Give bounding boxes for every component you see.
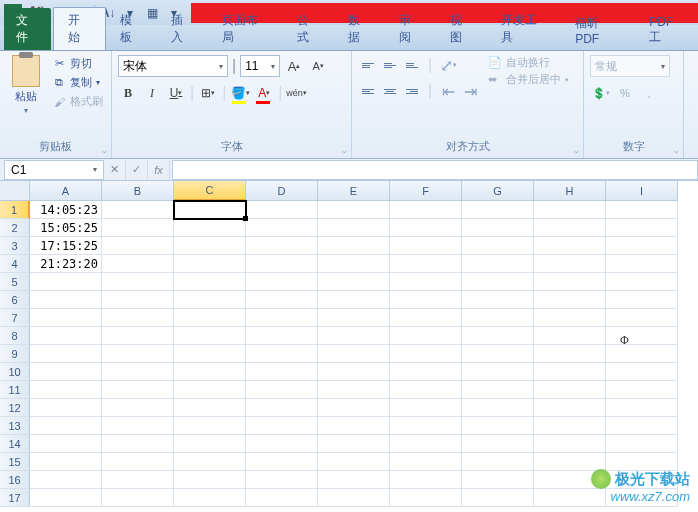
row-header-5[interactable]: 5 — [0, 273, 30, 291]
cell-G17[interactable] — [462, 489, 534, 507]
col-header-F[interactable]: F — [390, 181, 462, 201]
cell-D9[interactable] — [246, 345, 318, 363]
font-color-button[interactable]: A▾ — [254, 83, 274, 103]
cell-C7[interactable] — [174, 309, 246, 327]
font-name-select[interactable]: 宋体▾ — [118, 55, 228, 77]
name-box[interactable]: C1▾ — [4, 160, 104, 180]
cell-G11[interactable] — [462, 381, 534, 399]
cell-C6[interactable] — [174, 291, 246, 309]
cell-H1[interactable] — [534, 201, 606, 219]
cell-B8[interactable] — [102, 327, 174, 345]
copy-button[interactable]: ⧉复制▾ — [50, 74, 105, 91]
cell-B3[interactable] — [102, 237, 174, 255]
cell-E1[interactable] — [318, 201, 390, 219]
cell-B1[interactable] — [102, 201, 174, 219]
cell-G4[interactable] — [462, 255, 534, 273]
cell-C16[interactable] — [174, 471, 246, 489]
cell-A3[interactable]: 17:15:25 — [30, 237, 102, 255]
cell-D10[interactable] — [246, 363, 318, 381]
cell-G10[interactable] — [462, 363, 534, 381]
select-all-corner[interactable] — [0, 181, 30, 201]
row-header-4[interactable]: 4 — [0, 255, 30, 273]
cell-C2[interactable] — [174, 219, 246, 237]
cell-E13[interactable] — [318, 417, 390, 435]
cell-E3[interactable] — [318, 237, 390, 255]
cell-D14[interactable] — [246, 435, 318, 453]
cell-G8[interactable] — [462, 327, 534, 345]
cell-F11[interactable] — [390, 381, 462, 399]
tab-file[interactable]: 文件 — [4, 8, 51, 50]
cell-I14[interactable] — [606, 435, 678, 453]
cell-D11[interactable] — [246, 381, 318, 399]
percent-format-button[interactable]: % — [614, 83, 636, 103]
cell-I5[interactable] — [606, 273, 678, 291]
cell-I12[interactable] — [606, 399, 678, 417]
border-button[interactable]: ⊞▾ — [198, 83, 218, 103]
cell-H5[interactable] — [534, 273, 606, 291]
cell-C17[interactable] — [174, 489, 246, 507]
cell-C3[interactable] — [174, 237, 246, 255]
font-size-select[interactable]: 11▾ — [240, 55, 280, 77]
cells-area[interactable]: 14:05:2315:05:2517:15:2521:23:20 — [30, 201, 678, 507]
bold-button[interactable]: B — [118, 83, 138, 103]
cell-E9[interactable] — [318, 345, 390, 363]
row-header-17[interactable]: 17 — [0, 489, 30, 507]
comma-format-button[interactable]: , — [638, 83, 660, 103]
cell-C13[interactable] — [174, 417, 246, 435]
cell-F12[interactable] — [390, 399, 462, 417]
merge-center-button[interactable]: ⬌合并后居中▾ — [488, 72, 569, 87]
row-header-1[interactable]: 1 — [0, 201, 30, 219]
cell-B11[interactable] — [102, 381, 174, 399]
fill-color-button[interactable]: 🪣▾ — [230, 83, 250, 103]
cell-D13[interactable] — [246, 417, 318, 435]
cell-E4[interactable] — [318, 255, 390, 273]
cell-A9[interactable] — [30, 345, 102, 363]
cell-A5[interactable] — [30, 273, 102, 291]
cell-F3[interactable] — [390, 237, 462, 255]
cell-D2[interactable] — [246, 219, 318, 237]
align-top-button[interactable] — [358, 55, 378, 75]
cell-F6[interactable] — [390, 291, 462, 309]
cell-G5[interactable] — [462, 273, 534, 291]
cell-A4[interactable]: 21:23:20 — [30, 255, 102, 273]
cell-B17[interactable] — [102, 489, 174, 507]
col-header-H[interactable]: H — [534, 181, 606, 201]
cell-I4[interactable] — [606, 255, 678, 273]
cell-F10[interactable] — [390, 363, 462, 381]
row-header-7[interactable]: 7 — [0, 309, 30, 327]
col-header-G[interactable]: G — [462, 181, 534, 201]
cell-I6[interactable] — [606, 291, 678, 309]
cell-I2[interactable] — [606, 219, 678, 237]
cell-D15[interactable] — [246, 453, 318, 471]
cell-I3[interactable] — [606, 237, 678, 255]
cell-E17[interactable] — [318, 489, 390, 507]
cell-D8[interactable] — [246, 327, 318, 345]
cell-B2[interactable] — [102, 219, 174, 237]
cell-I9[interactable] — [606, 345, 678, 363]
wrap-text-button[interactable]: 📄自动换行 — [488, 55, 569, 70]
col-header-B[interactable]: B — [102, 181, 174, 201]
cell-D5[interactable] — [246, 273, 318, 291]
cell-G7[interactable] — [462, 309, 534, 327]
col-header-E[interactable]: E — [318, 181, 390, 201]
cell-H3[interactable] — [534, 237, 606, 255]
decrease-indent-button[interactable]: ⇤ — [438, 81, 458, 101]
cell-H13[interactable] — [534, 417, 606, 435]
cell-C10[interactable] — [174, 363, 246, 381]
cell-A14[interactable] — [30, 435, 102, 453]
cell-G2[interactable] — [462, 219, 534, 237]
cell-I1[interactable] — [606, 201, 678, 219]
col-header-D[interactable]: D — [246, 181, 318, 201]
cell-G3[interactable] — [462, 237, 534, 255]
cell-D6[interactable] — [246, 291, 318, 309]
cell-D16[interactable] — [246, 471, 318, 489]
cell-H7[interactable] — [534, 309, 606, 327]
cell-B14[interactable] — [102, 435, 174, 453]
cell-D4[interactable] — [246, 255, 318, 273]
shrink-font-button[interactable]: A▾ — [308, 56, 328, 76]
row-header-2[interactable]: 2 — [0, 219, 30, 237]
align-left-button[interactable] — [358, 81, 378, 101]
cell-A15[interactable] — [30, 453, 102, 471]
cell-F2[interactable] — [390, 219, 462, 237]
cell-G14[interactable] — [462, 435, 534, 453]
